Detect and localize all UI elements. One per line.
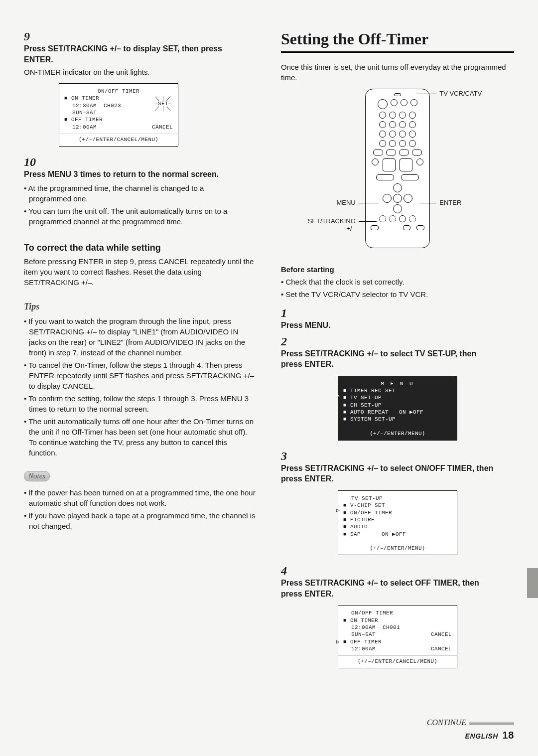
bullet-item: Set the TV VCR/CATV selector to TV VCR.: [281, 289, 514, 300]
osd-title: M E N U: [343, 380, 452, 387]
osd-line: V-CHIP SET: [343, 502, 452, 509]
paragraph: Before pressing ENTER in step 9, press C…: [24, 256, 257, 288]
remote-button-icon: [379, 140, 386, 147]
step-number: 4: [281, 564, 295, 578]
page-title: Setting the Off-Timer: [281, 30, 514, 53]
bullet-item: At the programmed time, the channel is c…: [24, 183, 241, 204]
remote-button-icon: [389, 131, 396, 138]
step-heading: Press MENU.: [281, 320, 498, 331]
osd-step4: ON/OFF TIMER ON TIMER 12:00AM CH001 SUN–…: [338, 605, 457, 668]
remote-body: [365, 89, 430, 248]
remote-button-icon: [391, 99, 398, 106]
remote-button-icon: [399, 112, 406, 119]
step-number: 1: [281, 306, 295, 320]
remote-button-icon: [389, 215, 396, 222]
remote-button-icon: [383, 158, 396, 171]
remote-button-icon: [371, 225, 379, 230]
tip-item: To cancel the On-Timer, follow the steps…: [24, 360, 257, 391]
remote-button-icon: [416, 225, 424, 230]
remote-button-icon: [379, 121, 386, 128]
osd-line: 12:00AM: [72, 124, 97, 131]
osd-line: CANCEL: [431, 645, 452, 652]
remote-diagram: TV VCR/CATV MENU ENTER SET/TRACKING +/–: [281, 87, 514, 256]
step-heading: Press SET/TRACKING +/– to select ON/OFF …: [281, 463, 498, 484]
step-3: 3 Press SET/TRACKING +/– to select ON/OF…: [281, 450, 514, 484]
footer-language: ENGLISH: [465, 732, 498, 740]
osd-line: AUDIO: [343, 523, 452, 530]
right-column: Setting the Off-Timer Once this timer is…: [281, 30, 514, 677]
notes-list: If the power has been turned on at a pro…: [24, 487, 257, 531]
label-set-tracking: SET/TRACKING +/–: [301, 217, 356, 232]
footer-page-number: 18: [503, 730, 514, 741]
remote-button-icon: [389, 121, 396, 128]
subsection-heading: To correct the data while setting: [24, 243, 257, 253]
step-1: 1 Press MENU.: [281, 306, 514, 331]
remote-button-icon: [379, 215, 386, 222]
before-starting-heading: Before starting: [281, 265, 514, 274]
osd-line: ON/OFF TIMER: [343, 509, 452, 516]
remote-button-icon: [386, 150, 396, 155]
note-item: If you have played back a tape at a prog…: [24, 510, 257, 531]
remote-button-icon: [389, 112, 396, 119]
step-paragraph: ON-TIMER indicator on the unit lights.: [24, 67, 241, 77]
label-tv-vcr-catv: TV VCR/CATV: [439, 90, 482, 97]
step-number: 10: [24, 155, 38, 169]
osd-line: CH SET-UP: [343, 402, 452, 409]
osd-hint: ⟨+/–/ENTER/MENU⟩: [343, 430, 452, 437]
remote-dpad-icon: [383, 183, 412, 213]
remote-button-icon: [401, 99, 407, 106]
remote-button-icon: [409, 140, 416, 147]
osd-line: TIMER REC SET: [343, 387, 452, 394]
continue-indicator: CONTINUE: [427, 718, 514, 727]
osd-title: ON/OFF TIMER: [343, 609, 452, 616]
label-menu: MENU: [336, 199, 355, 206]
step-heading: Press SET/TRACKING +/– to select TV SET-…: [281, 348, 498, 370]
intro-paragraph: Once this timer is set, the unit turns o…: [281, 62, 514, 83]
osd-line: PICTURE: [343, 516, 452, 523]
remote-button-icon: [409, 215, 416, 222]
osd-step3: TV SET-UP V-CHIP SET ▷ ON/OFF TIMER PICT…: [338, 490, 457, 555]
remote-button-icon: [376, 174, 394, 180]
osd-line: AUTO REPEAT ON ▶OFF: [343, 409, 452, 416]
remote-button-icon: [399, 131, 406, 138]
remote-button-icon: [399, 150, 409, 155]
osd-line: CANCEL: [431, 631, 452, 638]
remote-button-icon: [373, 150, 383, 155]
remote-button-icon: [409, 112, 416, 119]
bullet-item: You can turn the unit off. The unit auto…: [24, 206, 241, 227]
osd-line: 12:00AM CH001: [343, 624, 452, 631]
step-number: 9: [24, 30, 38, 43]
remote-button-icon: [399, 140, 406, 147]
osd-title: TV SET-UP: [343, 495, 452, 502]
tips-heading: Tips: [24, 302, 257, 312]
page-edge-tab: [527, 568, 538, 598]
tip-item: To confirm the setting, follow the steps…: [24, 393, 257, 414]
tip-item: If you want to watch the program through…: [24, 316, 257, 358]
remote-button-icon: [400, 158, 412, 171]
remote-button-icon: [401, 174, 419, 180]
remote-button-icon: [389, 140, 396, 147]
step-heading: Press MENU 3 times to return to the norm…: [24, 169, 241, 180]
osd-hint: ⟨+/–/ENTER/MENU⟩: [343, 545, 452, 552]
remote-button-icon: [410, 99, 417, 106]
remote-button-icon: [399, 215, 406, 222]
step-heading: Press SET/TRACKING +/– to display SET, t…: [24, 43, 241, 65]
remote-button-icon: [409, 121, 416, 128]
page-footer: ENGLISH 18: [465, 730, 514, 741]
remote-button-icon: [403, 225, 411, 230]
left-column: 9 Press SET/TRACKING +/– to display SET,…: [24, 30, 257, 677]
osd-line: SYSTEM SET-UP: [343, 416, 452, 423]
remote-button-icon: [412, 150, 422, 155]
note-item: If the power has been turned on at a pro…: [24, 487, 257, 508]
label-enter: ENTER: [439, 199, 461, 206]
osd-hint: ⟨+/–/ENTER/CANCEL/MENU⟩: [343, 658, 452, 665]
page-columns: 9 Press SET/TRACKING +/– to display SET,…: [24, 30, 514, 677]
step-number: 3: [281, 450, 295, 463]
remote-led-icon: [394, 93, 401, 96]
osd-hint: ⟨+/–/ENTER/CANCEL/MENU⟩: [64, 136, 173, 143]
remote-button-icon: [416, 158, 423, 165]
osd-title: ON/OFF TIMER: [64, 88, 173, 95]
step-10: 10 Press MENU 3 times to return to the n…: [24, 155, 257, 229]
before-starting-list: Check that the clock is set correctly. S…: [281, 277, 514, 300]
remote-button-icon: [379, 131, 386, 138]
